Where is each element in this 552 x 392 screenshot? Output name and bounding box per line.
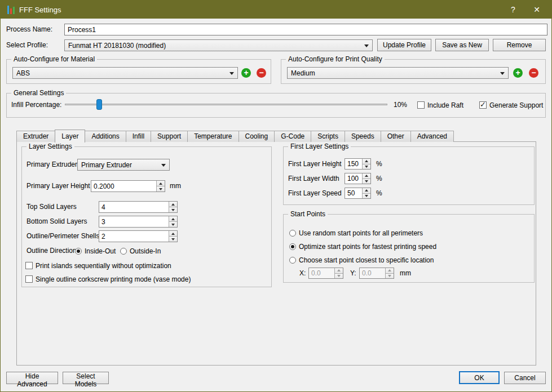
add-quality-icon[interactable]: +	[513, 68, 523, 78]
tab-other[interactable]: Other	[381, 131, 411, 142]
auto-material-title: Auto-Configure for Material	[11, 55, 97, 64]
spinner-buttons	[169, 216, 177, 227]
outline-perimeter-shells-spinner[interactable]: 2	[99, 230, 178, 242]
first-layer-width-spinner[interactable]: 100	[345, 173, 371, 184]
spin-up-icon[interactable]	[157, 181, 165, 186]
tab-cooling[interactable]: Cooling	[239, 131, 275, 142]
inside-out-label: Inside-Out	[85, 247, 116, 255]
tab-speeds[interactable]: Speeds	[345, 131, 381, 142]
tab-advanced[interactable]: Advanced	[410, 131, 454, 142]
primary-extruder-select[interactable]: Primary Extruder	[77, 159, 170, 171]
primary-layer-height-spinner[interactable]: 0.2000	[91, 180, 165, 192]
vase-mode-label: Single outline corkscrew printing mode (…	[36, 275, 191, 283]
add-material-icon[interactable]: +	[241, 68, 251, 78]
remove-material-icon[interactable]: −	[257, 68, 266, 78]
spin-down-icon[interactable]	[363, 179, 370, 184]
vase-mode-checkbox[interactable]: Single outline corkscrew printing mode (…	[25, 273, 191, 285]
tab-temperature[interactable]: Temperature	[187, 131, 239, 142]
closest-start-point-radio[interactable]: Choose start point closest to specific l…	[289, 254, 434, 266]
first-layer-height-spinner[interactable]: 150	[345, 158, 371, 170]
start-y-spinner[interactable]: 0.0	[359, 268, 394, 279]
generate-support-checkbox[interactable]: Generate Support	[479, 99, 543, 111]
layer-settings-title: Layer Settings	[27, 142, 74, 151]
quality-select[interactable]: Medium	[287, 67, 509, 79]
tab-additions[interactable]: Additions	[85, 131, 126, 142]
spinner-buttons	[156, 181, 165, 191]
closest-start-point-label: Choose start point closest to specific l…	[299, 256, 434, 264]
profile-select[interactable]: Funmat HT 20181030 (modified)	[64, 39, 373, 51]
update-profile-button[interactable]: Update Profile	[377, 39, 431, 51]
spin-up-icon[interactable]	[169, 202, 177, 207]
tab-scripts[interactable]: Scripts	[311, 131, 345, 142]
first-layer-width-value: 100	[345, 173, 362, 184]
spin-down-icon[interactable]	[169, 221, 177, 227]
hide-advanced-button[interactable]: Hide Advanced	[6, 372, 58, 384]
tab-infill[interactable]: Infill	[126, 131, 151, 142]
include-raft-label: Include Raft	[427, 101, 463, 109]
spin-up-icon[interactable]	[335, 268, 343, 273]
remove-quality-icon[interactable]: −	[529, 68, 538, 78]
include-raft-checkbox[interactable]: Include Raft	[417, 99, 463, 111]
spin-up-icon[interactable]	[363, 159, 370, 164]
start-x-label: X:	[299, 268, 306, 279]
quality-value: Medium	[291, 69, 315, 77]
spin-down-icon[interactable]	[386, 273, 394, 279]
first-layer-settings-group: First Layer Settings First Layer Height …	[283, 146, 535, 205]
spin-down-icon[interactable]	[157, 186, 165, 191]
optimize-start-points-radio[interactable]: Optimize start points for fastest printi…	[289, 240, 436, 252]
save-as-new-button[interactable]: Save as New	[435, 39, 489, 51]
process-name-input[interactable]: Process1	[64, 24, 547, 35]
start-x-value: 0.0	[309, 268, 334, 278]
first-layer-speed-label: First Layer Speed	[288, 188, 342, 199]
outside-in-radio[interactable]: Outside-In	[120, 245, 161, 257]
optimize-start-points-label: Optimize start points for fastest printi…	[299, 243, 436, 251]
auto-quality-group: Auto-Configure for Print Quality Medium …	[281, 59, 546, 84]
top-solid-layers-spinner[interactable]: 4	[99, 201, 178, 213]
tab-support[interactable]: Support	[151, 131, 188, 142]
start-y-label: Y:	[350, 268, 356, 279]
material-select[interactable]: ABS	[12, 67, 238, 79]
auto-material-group: Auto-Configure for Material ABS + −	[6, 59, 271, 84]
inside-out-radio[interactable]: Inside-Out	[75, 245, 116, 257]
cancel-button[interactable]: Cancel	[504, 372, 546, 384]
primary-layer-height-label: Primary Layer Height	[27, 180, 90, 192]
tab-gcode[interactable]: G-Code	[274, 131, 311, 142]
radio-circle	[120, 248, 127, 255]
spin-up-icon[interactable]	[363, 173, 370, 179]
spin-up-icon[interactable]	[169, 216, 177, 221]
start-xy-unit: mm	[400, 268, 411, 279]
first-layer-height-value: 150	[345, 159, 362, 169]
spin-down-icon[interactable]	[169, 207, 177, 212]
help-icon[interactable]: ?	[501, 1, 525, 19]
print-islands-checkbox[interactable]: Print islands sequentially without optim…	[25, 260, 171, 271]
general-settings-group: General Settings Infill Percentage: 10% …	[6, 93, 546, 118]
spin-down-icon[interactable]	[335, 273, 343, 279]
generate-support-label: Generate Support	[489, 101, 543, 109]
select-models-button[interactable]: Select Models	[63, 372, 109, 384]
tab-extruder[interactable]: Extruder	[16, 131, 55, 142]
spin-down-icon[interactable]	[363, 193, 370, 199]
spin-up-icon[interactable]	[386, 268, 394, 273]
settings-tab-bar: Extruder Layer Additions Infill Support …	[16, 130, 453, 142]
spinner-buttons	[169, 202, 177, 212]
tab-layer[interactable]: Layer	[55, 130, 85, 142]
titlebar[interactable]: FFF Settings ? ✕	[1, 1, 551, 19]
infill-slider[interactable]	[65, 99, 387, 110]
first-layer-speed-spinner[interactable]: 50	[345, 188, 371, 199]
spin-down-icon[interactable]	[169, 236, 177, 242]
primary-extruder-value: Primary Extruder	[81, 161, 132, 169]
checkbox-box	[417, 101, 425, 109]
select-profile-label: Select Profile:	[6, 39, 48, 51]
spin-up-icon[interactable]	[169, 231, 177, 236]
random-start-points-radio[interactable]: Use random start points for all perimete…	[289, 227, 423, 239]
start-x-spinner[interactable]: 0.0	[308, 268, 343, 279]
fff-settings-dialog: FFF Settings ? ✕ Process Name: Process1 …	[0, 0, 552, 392]
close-icon[interactable]: ✕	[524, 1, 549, 19]
checkbox-box-checked	[479, 101, 487, 109]
slider-handle[interactable]	[96, 99, 102, 110]
remove-profile-button[interactable]: Remove	[493, 39, 546, 51]
spin-up-icon[interactable]	[363, 188, 370, 193]
spin-down-icon[interactable]	[363, 164, 370, 170]
ok-button[interactable]: OK	[459, 371, 500, 384]
bottom-solid-layers-spinner[interactable]: 3	[99, 216, 178, 228]
